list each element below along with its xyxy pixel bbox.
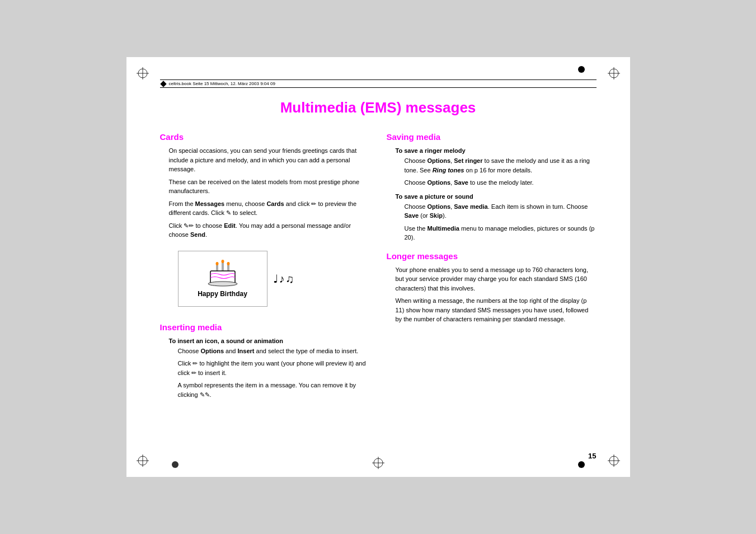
page-header: celtris.book Seite 15 Mittwoch, 12. März…	[160, 79, 597, 88]
cards-heading: Cards	[160, 132, 370, 142]
svg-point-12	[578, 66, 585, 73]
insert-p3: A symbol represents the item in a messag…	[178, 381, 370, 399]
insert-p2: Click ✏ to highlight the item you want (…	[178, 359, 370, 377]
insert-sub: To insert an icon, a sound or animation	[169, 338, 370, 344]
svg-point-25	[208, 282, 237, 286]
svg-point-13	[578, 461, 585, 468]
cards-p2: These can be received on the latest mode…	[169, 177, 370, 196]
reg-mark-bottom-center	[372, 457, 384, 469]
card-illustration: Happy Birthday	[178, 251, 267, 307]
longer-p2: When writing a message, the numbers at t…	[396, 296, 597, 324]
cards-p3-bold2: Cards	[266, 200, 284, 207]
save-picture-p1: Choose Options, Save media. Each item is…	[405, 202, 597, 221]
diamond-icon	[160, 81, 166, 87]
header-text: celtris.book Seite 15 Mittwoch, 12. März…	[169, 81, 275, 86]
save-ringer-save: Save	[454, 179, 468, 186]
music-notes: ♩♪♫	[273, 272, 295, 285]
reg-mark-bl	[137, 455, 149, 467]
save-picture-save: Save	[405, 212, 419, 219]
svg-point-21	[215, 262, 218, 265]
cards-p3-bold1: Messages	[195, 200, 225, 207]
save-picture-p2: Use the Multimedia menu to manage melodi…	[405, 224, 597, 242]
cake-svg	[206, 260, 240, 288]
ring-tones-italic: Ring tones	[433, 167, 464, 174]
svg-point-14	[172, 461, 179, 468]
reg-mark-br	[608, 455, 620, 467]
reg-circle-tr	[577, 65, 585, 73]
cards-p4-edit: Edit	[224, 222, 236, 229]
left-column: Cards On special occasions, you can send…	[160, 132, 370, 402]
page: celtris.book Seite 15 Mittwoch, 12. März…	[126, 57, 630, 477]
save-ringer-set: Set ringer	[454, 157, 482, 164]
multimedia-bold: Multimedia	[427, 225, 459, 232]
svg-rect-19	[222, 262, 224, 271]
save-ringer-p2: Choose Options, Save to use the melody l…	[405, 178, 597, 188]
longer-p1: Your phone enables you to send a message…	[396, 265, 597, 293]
cards-p3: From the Messages menu, choose Cards and…	[169, 199, 370, 218]
save-ringer-options: Options	[427, 157, 450, 164]
cards-p1: On special occasions, you can send your …	[169, 146, 370, 174]
reg-mark-tl	[137, 67, 149, 79]
inserting-heading: Inserting media	[160, 322, 370, 332]
save-picture-skip: Skip	[430, 212, 443, 219]
insert-p1: Choose Options and Insert and select the…	[178, 346, 370, 356]
card-label: Happy Birthday	[198, 290, 247, 298]
save-picture-sub: To save a picture or sound	[396, 193, 597, 200]
cards-p4: Click ✎✏ to choose Edit. You may add a p…	[169, 221, 370, 240]
save-ringer-sub: To save a ringer melody	[396, 147, 597, 154]
reg-mark-tr	[608, 67, 620, 79]
save-ringer-p1: Choose Options, Set ringer to save the m…	[405, 156, 597, 175]
svg-point-22	[221, 260, 224, 263]
right-column: Saving media To save a ringer melody Cho…	[387, 132, 597, 402]
insert-options: Options	[200, 348, 224, 354]
card-row: Happy Birthday ♩♪♫	[169, 243, 370, 315]
longer-heading: Longer messages	[387, 251, 597, 261]
save-picture-options: Options	[427, 203, 450, 210]
reg-circle-bl	[171, 461, 179, 469]
page-title: Multimedia (EMS) messages	[160, 99, 597, 116]
reg-circle-br	[577, 461, 585, 469]
longer-messages: Longer messages Your phone enables you t…	[387, 251, 597, 324]
save-ringer-options2: Options	[427, 179, 450, 186]
insert-insert: Insert	[238, 348, 255, 354]
cards-p4-send: Send	[190, 231, 205, 238]
svg-point-23	[227, 262, 229, 265]
save-picture-savemedia: Save media	[454, 203, 488, 210]
saving-heading: Saving media	[387, 132, 597, 142]
content-columns: Cards On special occasions, you can send…	[160, 132, 597, 402]
page-number: 15	[588, 452, 596, 460]
